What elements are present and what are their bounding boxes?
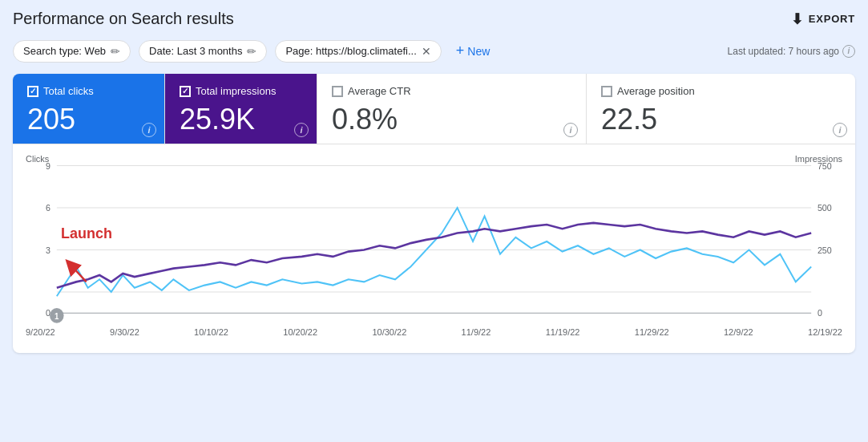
x-label-6: 11/9/22: [462, 327, 491, 337]
impressions-info: i: [294, 122, 309, 137]
svg-text:0: 0: [818, 308, 822, 318]
x-label-2: 9/30/22: [110, 327, 139, 337]
svg-text:9: 9: [46, 160, 50, 170]
clicks-checkbox[interactable]: [27, 86, 38, 97]
new-label: New: [467, 45, 490, 58]
last-updated: Last updated: 7 hours ago i: [728, 45, 855, 58]
x-label-9: 12/9/22: [724, 327, 753, 337]
metrics-row: Total clicks 205 i Total impressions 25.…: [13, 74, 855, 144]
x-label-4: 10/20/22: [283, 327, 317, 337]
chart-svg-container: Launch 9 6 3 0 750 500: [26, 157, 842, 326]
x-axis-labels: 9/20/22 9/30/22 10/10/22 10/20/22 10/30/…: [26, 326, 842, 337]
ctr-value: 0.8%: [332, 103, 571, 136]
ctr-checkbox[interactable]: [332, 86, 343, 97]
edit-icon-date: ✏: [247, 45, 256, 58]
main-card: Total clicks 205 i Total impressions 25.…: [13, 74, 855, 353]
x-label-10: 12/19/22: [808, 327, 842, 337]
page-header: Performance on Search results ⬇ EXPORT: [13, 10, 855, 28]
plus-icon: +: [456, 43, 465, 59]
x-label-8: 11/29/22: [635, 327, 669, 337]
x-label-3: 10/10/22: [194, 327, 228, 337]
ctr-info-icon[interactable]: i: [563, 123, 578, 137]
last-updated-info-icon[interactable]: i: [842, 45, 855, 58]
x-label-7: 11/19/22: [546, 327, 580, 337]
clicks-info-icon[interactable]: i: [142, 123, 156, 137]
edit-icon: ✏: [111, 45, 120, 58]
impressions-label: Total impressions: [196, 85, 276, 97]
metric-header-clicks: Total clicks: [27, 85, 150, 97]
svg-text:750: 750: [818, 160, 832, 170]
ctr-label: Average CTR: [348, 85, 411, 97]
clicks-value: 205: [27, 103, 150, 136]
x-label-1: 9/20/22: [26, 327, 55, 337]
chart-area: Clicks Impressions Launch 9 6 3: [13, 144, 855, 353]
position-checkbox[interactable]: [601, 86, 612, 97]
metric-avg-position[interactable]: Average position 22.5 i: [587, 74, 855, 144]
impressions-info-icon[interactable]: i: [294, 123, 309, 137]
metric-total-impressions[interactable]: Total impressions 25.9K i: [165, 74, 317, 144]
metric-header-position: Average position: [601, 85, 841, 97]
export-icon: ⬇: [791, 10, 804, 28]
search-type-filter[interactable]: Search type: Web ✏: [13, 40, 131, 63]
svg-text:3: 3: [46, 245, 50, 254]
position-label: Average position: [617, 85, 695, 97]
export-button[interactable]: ⬇ EXPORT: [791, 10, 855, 28]
date-filter[interactable]: Date: Last 3 months ✏: [139, 40, 267, 63]
page-title: Performance on Search results: [13, 10, 234, 28]
clicks-label: Total clicks: [43, 85, 94, 97]
position-value: 22.5: [601, 103, 841, 136]
impressions-checkbox[interactable]: [180, 86, 191, 97]
x-label-5: 10/30/22: [372, 327, 406, 337]
export-label: EXPORT: [809, 13, 855, 25]
svg-text:500: 500: [818, 202, 832, 212]
date-label: Date: Last 3 months: [149, 45, 242, 57]
new-button[interactable]: + New: [450, 39, 497, 63]
svg-line-13: [71, 265, 86, 282]
filters-row: Search type: Web ✏ Date: Last 3 months ✏…: [13, 39, 855, 63]
page-container: Performance on Search results ⬇ EXPORT S…: [0, 0, 868, 363]
svg-text:1: 1: [55, 311, 59, 320]
impressions-value: 25.9K: [180, 103, 302, 136]
position-info-icon[interactable]: i: [833, 123, 847, 137]
metric-header-ctr: Average CTR: [332, 85, 571, 97]
metric-avg-ctr[interactable]: Average CTR 0.8% i: [317, 74, 587, 144]
search-type-label: Search type: Web: [23, 45, 106, 57]
clicks-info: i: [142, 122, 156, 137]
close-icon-page[interactable]: ✕: [422, 45, 431, 58]
chart-svg: 9 6 3 0 750 500 250 0: [26, 157, 842, 326]
metric-header-impressions: Total impressions: [180, 85, 302, 97]
svg-text:250: 250: [818, 245, 832, 254]
page-filter[interactable]: Page: https://blog.climatefi... ✕: [275, 40, 441, 63]
svg-text:6: 6: [46, 202, 50, 212]
page-label: Page: https://blog.climatefi...: [285, 45, 416, 57]
metric-total-clicks[interactable]: Total clicks 205 i: [13, 74, 165, 144]
